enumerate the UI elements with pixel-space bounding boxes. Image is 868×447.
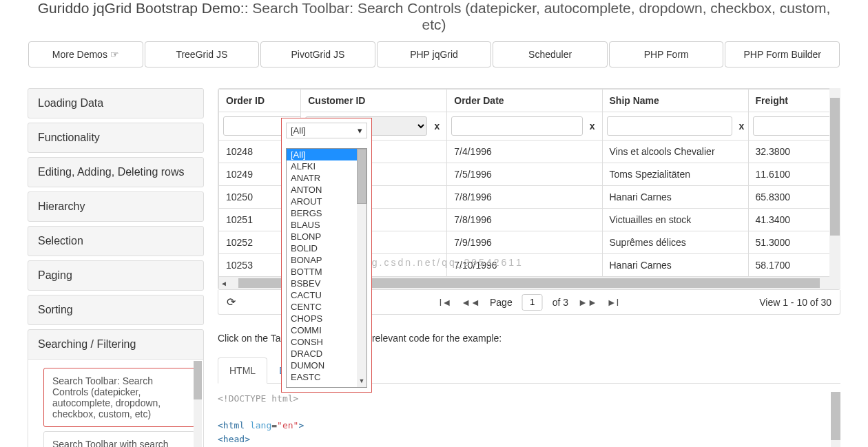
hscroll-left-icon[interactable]: ◄: [219, 280, 229, 287]
hand-icon: ☞: [110, 49, 119, 60]
dropdown-option[interactable]: AROUT: [287, 196, 358, 207]
prev-page-icon[interactable]: ◄◄: [461, 297, 480, 308]
dropdown-option[interactable]: CENTC: [287, 301, 358, 313]
dropdown-option[interactable]: EASTC: [287, 371, 358, 383]
dropdown-scroll-down-icon[interactable]: ▼: [357, 377, 366, 387]
dropdown-option[interactable]: BOTTM: [287, 266, 358, 278]
top-nav: More Demos ☞ TreeGrid JS PivotGrid JS PH…: [28, 41, 840, 67]
dropdown-scroll-thumb[interactable]: [357, 149, 366, 204]
clear-order-date[interactable]: x: [587, 121, 598, 132]
col-ship-name[interactable]: Ship Name: [602, 90, 748, 112]
main-content: https://blog.csdn.net/qq_29542611 Order …: [218, 88, 840, 447]
sidebar-scrollbar-thumb[interactable]: [194, 361, 202, 399]
sidebar: Loading Data Functionality Editing, Addi…: [28, 88, 204, 447]
panel-searching[interactable]: Searching / Filtering: [28, 330, 203, 359]
sub-item-search-controls[interactable]: Search Toolbar: Search Controls (datepic…: [43, 368, 195, 427]
code-scroll-thumb[interactable]: [831, 392, 840, 440]
panel-sorting[interactable]: Sorting: [28, 295, 203, 324]
dropdown-option[interactable]: COMMI: [287, 324, 358, 336]
dropdown-option[interactable]: CONSH: [287, 336, 358, 348]
customer-dropdown-list: [All] ALFKI ANATR ANTON AROUT BERGS BLAU…: [286, 148, 367, 388]
dropdown-option[interactable]: CHOPS: [287, 313, 358, 324]
page-input[interactable]: [522, 294, 543, 311]
panel-editing[interactable]: Editing, Adding, Deleting rows: [28, 158, 203, 187]
page-of: of 3: [552, 297, 568, 308]
nav-php-form[interactable]: PHP Form: [609, 41, 724, 67]
customer-dropdown-overlay: [All] ▾ [All] ALFKI ANATR ANTON AROUT BE…: [281, 118, 372, 393]
tab-html[interactable]: HTML: [218, 357, 267, 384]
panel-paging[interactable]: Paging: [28, 261, 203, 290]
first-page-icon[interactable]: I◄: [440, 297, 452, 308]
nav-pivotgrid[interactable]: PivotGrid JS: [260, 41, 375, 67]
clear-customer-id[interactable]: x: [431, 121, 442, 132]
customer-select[interactable]: [All] ▾: [286, 123, 367, 138]
dropdown-option[interactable]: BSBEV: [287, 278, 358, 289]
dropdown-option[interactable]: CACTU: [287, 289, 358, 301]
nav-php-form-builder[interactable]: PHP Form Builder: [725, 41, 840, 67]
page-label: Page: [490, 297, 513, 308]
page-title: Guriddo jqGrid Bootstrap Demo:: Search T…: [28, 0, 840, 33]
col-customer-id[interactable]: Customer ID: [301, 90, 447, 112]
dropdown-option[interactable]: BLAUS: [287, 219, 358, 231]
vscroll-thumb[interactable]: [830, 98, 840, 236]
dropdown-option[interactable]: BLONP: [287, 231, 358, 242]
col-order-date[interactable]: Order Date: [447, 90, 602, 112]
dropdown-option[interactable]: BERGS: [287, 207, 358, 219]
title-strong: Guriddo jqGrid Bootstrap Demo::: [38, 0, 249, 16]
dropdown-option[interactable]: DRACD: [287, 348, 358, 360]
customer-select-value: [All]: [291, 125, 306, 136]
next-page-icon[interactable]: ►►: [578, 297, 597, 308]
reload-icon[interactable]: ⟳: [227, 295, 236, 309]
dropdown-option[interactable]: [All]: [287, 149, 358, 160]
dropdown-option[interactable]: ANATR: [287, 172, 358, 184]
sub-item-search-options[interactable]: Search Toolbar with search options: [43, 431, 195, 447]
clear-ship-name[interactable]: x: [736, 121, 747, 132]
dropdown-option[interactable]: BONAP: [287, 254, 358, 266]
filter-freight[interactable]: [753, 116, 840, 136]
chevron-down-icon: ▾: [358, 125, 362, 136]
nav-more-demos[interactable]: More Demos ☞: [28, 41, 143, 67]
nav-php-jqgrid[interactable]: PHP jqGrid: [377, 41, 492, 67]
panel-hierarchy[interactable]: Hierarchy: [28, 192, 203, 221]
filter-ship-name[interactable]: [607, 116, 732, 136]
col-freight[interactable]: Freight: [748, 90, 840, 112]
panel-functionality[interactable]: Functionality: [28, 123, 203, 152]
nav-scheduler[interactable]: Scheduler: [493, 41, 608, 67]
dropdown-option[interactable]: ALFKI: [287, 160, 358, 172]
pager-status: View 1 - 10 of 30: [759, 297, 831, 308]
title-subtitle: Search Toolbar: Search Controls (datepic…: [249, 0, 831, 32]
filter-order-date[interactable]: [451, 116, 582, 136]
panel-selection[interactable]: Selection: [28, 227, 203, 256]
dropdown-option[interactable]: DUMON: [287, 360, 358, 371]
nav-treegrid[interactable]: TreeGrid JS: [145, 41, 260, 67]
dropdown-option[interactable]: ANTON: [287, 184, 358, 196]
code-block: <!DOCTYPE html> <html lang="en"> <head> …: [218, 392, 840, 447]
col-order-id[interactable]: Order ID: [219, 90, 301, 112]
panel-loading-data[interactable]: Loading Data: [28, 89, 203, 118]
dropdown-option[interactable]: BOLID: [287, 242, 358, 254]
last-page-icon[interactable]: ►I: [607, 297, 619, 308]
grid-vscroll[interactable]: [829, 88, 840, 289]
